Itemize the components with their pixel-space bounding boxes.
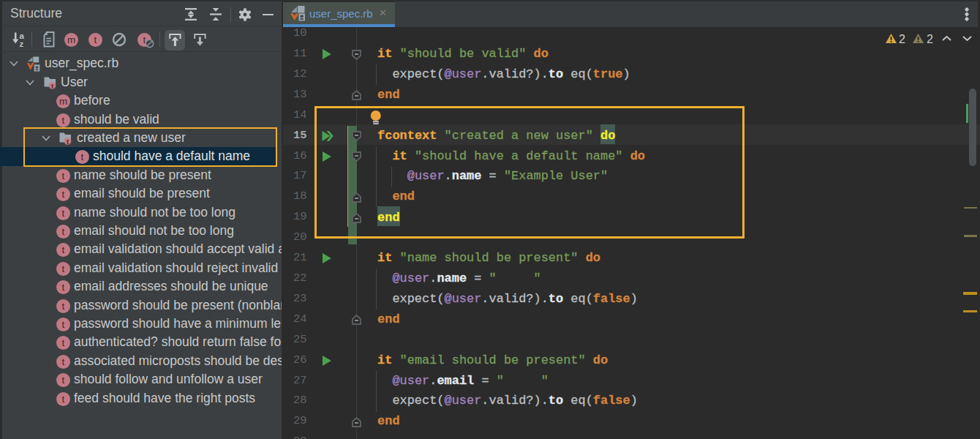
svg-text:z: z (20, 40, 24, 48)
svg-text:a: a (20, 31, 25, 40)
